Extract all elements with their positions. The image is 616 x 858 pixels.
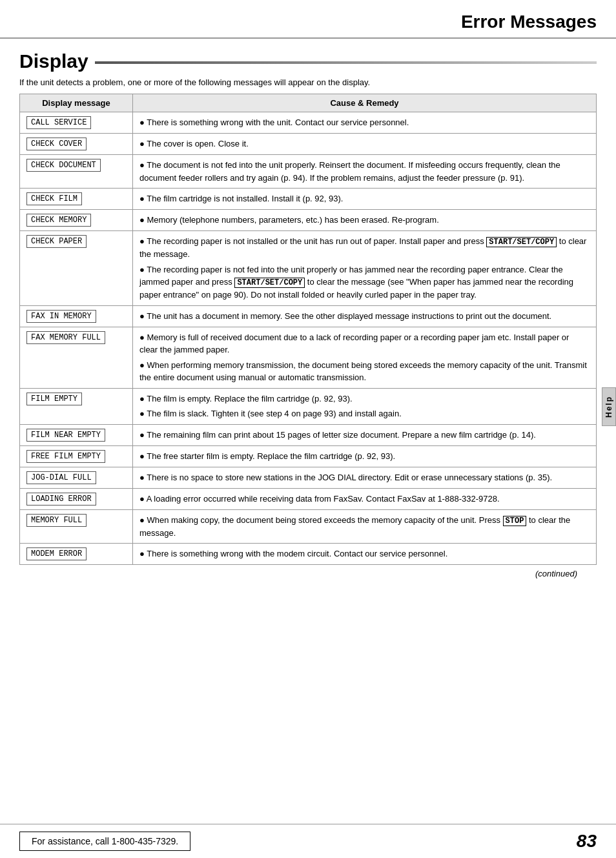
footer-bar: For assistance, call 1-800-435-7329. 83	[0, 824, 616, 858]
cause-cell: ● The film is empty. Replace the film ca…	[133, 388, 597, 424]
col-header-cause: Cause & Remedy	[133, 94, 597, 112]
page-container: Error Messages Display If the unit detec…	[0, 0, 616, 858]
content-area: Display If the unit detects a problem, o…	[0, 39, 616, 634]
cause-cell: ● The remaining film can print about 15 …	[133, 424, 597, 445]
display-code-cell: LOADING ERROR	[20, 488, 133, 509]
continued-label: (continued)	[19, 565, 597, 582]
table-row: FAX MEMORY FULL● Memory is full of recei…	[20, 327, 597, 388]
display-code: CHECK MEMORY	[26, 214, 91, 227]
table-row: FILM NEAR EMPTY● The remaining film can …	[20, 424, 597, 445]
header-bar: Error Messages	[0, 0, 616, 39]
table-row: CHECK FILM● The film cartridge is not in…	[20, 189, 597, 210]
display-code-cell: FILM NEAR EMPTY	[20, 424, 133, 445]
display-code: FILM EMPTY	[26, 393, 82, 405]
cause-paragraph: ● A loading error occurred while receivi…	[139, 493, 590, 506]
display-code: FAX IN MEMORY	[26, 310, 96, 323]
table-header-row: Display message Cause & Remedy	[20, 94, 597, 112]
cause-cell: ● There is something wrong with the unit…	[133, 112, 597, 134]
display-code: CHECK COVER	[26, 138, 87, 150]
cause-paragraph: ● The recording paper is not installed o…	[139, 235, 590, 261]
main-table: Display message Cause & Remedy CALL SERV…	[19, 94, 597, 565]
cause-paragraph: ● The remaining film can print about 15 …	[139, 429, 590, 442]
table-row: FAX IN MEMORY● The unit has a document i…	[20, 305, 597, 327]
section-title-row: Display	[19, 50, 597, 72]
cause-paragraph: ● The film cartridge is not installed. I…	[139, 192, 590, 205]
table-row: JOG-DIAL FULL● There is no space to stor…	[20, 467, 597, 488]
display-code: CHECK PAPER	[26, 235, 87, 248]
cause-cell: ● A loading error occurred while receivi…	[133, 488, 597, 509]
table-row: CALL SERVICE● There is something wrong w…	[20, 112, 597, 134]
section-title: Display	[19, 50, 88, 72]
display-code-cell: FREE FILM EMPTY	[20, 445, 133, 467]
cause-paragraph: ● The unit has a document in memory. See…	[139, 310, 590, 323]
page-title: Error Messages	[461, 12, 597, 32]
display-code: JOG-DIAL FULL	[26, 471, 96, 484]
table-row: FILM EMPTY● The film is empty. Replace t…	[20, 388, 597, 424]
display-code: FREE FILM EMPTY	[26, 450, 105, 463]
footer-assistance: For assistance, call 1-800-435-7329.	[19, 832, 190, 851]
display-code-cell: JOG-DIAL FULL	[20, 467, 133, 488]
display-code-cell: CHECK DOCUMENT	[20, 155, 133, 189]
display-code-cell: CHECK COVER	[20, 134, 133, 155]
cause-paragraph: ● When making copy, the document being s…	[139, 514, 590, 540]
cause-paragraph: ● There is no space to store new station…	[139, 471, 590, 484]
cause-paragraph: ● The recording paper is not fed into th…	[139, 263, 590, 301]
display-code: CHECK FILM	[26, 192, 82, 205]
display-code: LOADING ERROR	[26, 493, 96, 506]
cause-paragraph: ● The film is slack. Tighten it (see ste…	[139, 407, 590, 420]
table-row: MODEM ERROR● There is something wrong wi…	[20, 544, 597, 565]
cause-cell: ● The recording paper is not installed o…	[133, 231, 597, 306]
table-row: CHECK DOCUMENT● The document is not fed …	[20, 155, 597, 189]
cause-cell: ● Memory is full of received document du…	[133, 327, 597, 388]
cause-cell: ● The free starter film is empty. Replac…	[133, 445, 597, 467]
cause-paragraph: ● The free starter film is empty. Replac…	[139, 450, 590, 463]
cause-paragraph: ● When performing memory transmission, t…	[139, 359, 590, 384]
side-tab-label: Help	[604, 396, 613, 418]
side-tab: Help	[602, 387, 616, 426]
display-code: MEMORY FULL	[26, 514, 87, 527]
intro-text: If the unit detects a problem, one or mo…	[19, 77, 597, 87]
table-row: LOADING ERROR● A loading error occurred …	[20, 488, 597, 509]
cause-paragraph: ● There is something wrong with the mode…	[139, 547, 590, 560]
cause-cell: ● The unit has a document in memory. See…	[133, 305, 597, 327]
table-row: MEMORY FULL● When making copy, the docum…	[20, 509, 597, 544]
cause-paragraph: ● Memory (telephone numbers, parameters,…	[139, 214, 590, 227]
display-code-cell: MEMORY FULL	[20, 509, 133, 544]
cause-paragraph: ● The cover is open. Close it.	[139, 138, 590, 150]
display-code-cell: MODEM ERROR	[20, 544, 133, 565]
display-code-cell: FAX MEMORY FULL	[20, 327, 133, 388]
display-code-cell: FAX IN MEMORY	[20, 305, 133, 327]
section-title-line	[95, 61, 597, 64]
footer-page: 83	[577, 831, 597, 852]
display-code: MODEM ERROR	[26, 547, 87, 560]
display-code: FAX MEMORY FULL	[26, 331, 105, 344]
cause-paragraph: ● The film is empty. Replace the film ca…	[139, 393, 590, 405]
table-row: CHECK MEMORY● Memory (telephone numbers,…	[20, 210, 597, 231]
cause-paragraph: ● Memory is full of received document du…	[139, 331, 590, 356]
display-code: FILM NEAR EMPTY	[26, 429, 105, 442]
cause-cell: ● The cover is open. Close it.	[133, 134, 597, 155]
cause-cell: ● When making copy, the document being s…	[133, 509, 597, 544]
col-header-display: Display message	[20, 94, 133, 112]
display-code-cell: CHECK MEMORY	[20, 210, 133, 231]
cause-cell: ● The film cartridge is not installed. I…	[133, 189, 597, 210]
table-row: FREE FILM EMPTY● The free starter film i…	[20, 445, 597, 467]
cause-paragraph: ● There is something wrong with the unit…	[139, 116, 590, 129]
cause-paragraph: ● The document is not fed into the unit …	[139, 159, 590, 184]
display-code: CALL SERVICE	[26, 116, 91, 129]
display-code-cell: CALL SERVICE	[20, 112, 133, 134]
cause-cell: ● Memory (telephone numbers, parameters,…	[133, 210, 597, 231]
display-code: CHECK DOCUMENT	[26, 159, 101, 172]
cause-cell: ● There is no space to store new station…	[133, 467, 597, 488]
display-code-cell: CHECK FILM	[20, 189, 133, 210]
cause-cell: ● There is something wrong with the mode…	[133, 544, 597, 565]
display-code-cell: CHECK PAPER	[20, 231, 133, 306]
display-code-cell: FILM EMPTY	[20, 388, 133, 424]
cause-cell: ● The document is not fed into the unit …	[133, 155, 597, 189]
table-row: CHECK COVER● The cover is open. Close it…	[20, 134, 597, 155]
table-row: CHECK PAPER● The recording paper is not …	[20, 231, 597, 306]
